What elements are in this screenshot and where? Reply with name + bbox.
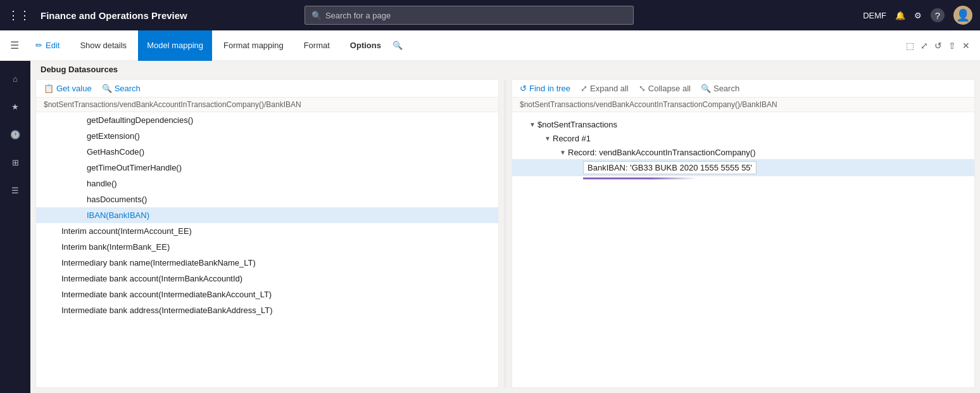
side-navigation: ⌂ ★ 🕐 ⊞ ☰ [0,61,30,393]
left-panel-toolbar: 📋 Get value 🔍 Search [36,80,498,98]
expand-icon[interactable]: ⤢ [920,41,928,51]
right-panel-toolbar: ↺ Find in tree ⤢ Expand all ⤡ Collapse a… [512,80,974,98]
right-path-bar: $notSentTransactions/vendBankAccountInTr… [512,98,974,112]
list-item[interactable]: Intermediate bank address(IntermediateBa… [36,302,498,318]
global-search-bar[interactable]: 🔍 Search for a page [305,6,634,25]
sidenav-workspaces[interactable]: ⊞ [3,150,28,175]
model-mapping-tab[interactable]: Model mapping [138,30,212,61]
sidenav-recent[interactable]: 🕐 [3,122,28,147]
help-icon[interactable]: ? [931,8,945,22]
search-icon: 🔍 [311,11,322,20]
expand-all-button[interactable]: ⤢ Expand all [581,84,629,93]
app-grid-icon[interactable]: ⋮⋮ [8,8,30,22]
list-item-iban[interactable]: IBAN(BankIBAN) [36,207,498,223]
left-tree-list[interactable]: getDefaultingDependencies() getExtension… [36,112,498,387]
sidenav-menu[interactable]: ☰ [3,177,28,203]
panels-container: 📋 Get value 🔍 Search $notSentTransaction… [30,74,980,393]
debug-section-title: Debug Datasources [30,61,980,74]
tree-node-record-method[interactable]: ▼ Record: vendBankAccountInTransactionCo… [512,145,974,159]
right-search-icon: 🔍 [701,84,711,93]
list-item[interactable]: Interim account(IntermAccount_EE) [36,223,498,239]
content-area: Debug Datasources 📋 Get value 🔍 Search $… [30,61,980,393]
find-in-tree-icon: ↺ [520,84,527,93]
get-value-button[interactable]: 📋 Get value [44,84,92,93]
list-item[interactable]: hasDocuments() [36,191,498,207]
collapse-all-button[interactable]: ⤡ Collapse all [639,84,691,93]
collapse-icon-record1: ▼ [543,133,553,143]
right-tree-content: ▼ $notSentTransactions ▼ Record #1 ▼ Rec… [512,112,974,387]
toolbar-search-icon[interactable]: 🔍 [393,41,403,50]
left-search-button[interactable]: 🔍 Search [102,84,141,93]
user-avatar[interactable]: 👤 [953,6,972,25]
sidenav-home[interactable]: ⌂ [3,66,28,91]
collapse-all-icon: ⤡ [639,84,646,93]
list-item[interactable]: Interim bank(IntermBank_EE) [36,239,498,255]
close-icon[interactable]: ✕ [962,41,970,51]
left-path-bar: $notSentTransactions/vendBankAccountInTr… [36,98,498,112]
collapse-icon-root: ▼ [527,119,537,129]
leaf-icon [573,163,583,173]
list-item[interactable]: Intermediary bank name(IntermediateBankN… [36,255,498,271]
search-placeholder: Search for a page [325,11,391,20]
refresh-icon[interactable]: ↺ [934,41,942,51]
detach-icon[interactable]: ⇧ [948,41,956,51]
gear-icon[interactable]: ⚙ [914,11,922,20]
list-item[interactable]: handle() [36,176,498,191]
pin-icon[interactable]: ⬚ [906,41,914,51]
tree-node-record1[interactable]: ▼ Record #1 [512,131,974,145]
panel-divider[interactable] [504,79,506,388]
bank-iban-value: BankIBAN: 'GB33 BUKB 2020 1555 5555 55' [583,161,757,174]
hamburger-icon[interactable]: ☰ [10,39,19,51]
list-item[interactable]: getExtension() [36,128,498,144]
main-toolbar: ☰ ✏ Edit Show details Model mapping Form… [0,30,980,61]
top-navigation: ⋮⋮ Finance and Operations Preview 🔍 Sear… [0,0,980,30]
right-search-button[interactable]: 🔍 Search [701,84,739,93]
list-item[interactable]: getDefaultingDependencies() [36,112,498,128]
purple-underline-bar [583,177,697,179]
left-panel: 📋 Get value 🔍 Search $notSentTransaction… [35,79,499,388]
tree-node-bank-iban[interactable]: BankIBAN: 'GB33 BUKB 2020 1555 5555 55' [512,159,974,176]
show-details-button[interactable]: Show details [71,30,135,61]
list-item[interactable]: getTimeOutTimerHandle() [36,160,498,176]
list-item[interactable]: GetHashCode() [36,144,498,160]
left-search-icon: 🔍 [102,84,112,93]
main-area: ⌂ ★ 🕐 ⊞ ☰ Debug Datasources 📋 Get value … [0,61,980,393]
format-mapping-tab[interactable]: Format mapping [215,30,292,61]
expand-all-icon: ⤢ [581,84,587,93]
user-label: DEMF [863,11,886,20]
options-tab[interactable]: Options [341,30,390,61]
edit-icon: ✏ [35,41,42,50]
collapse-icon-method: ▼ [558,147,568,157]
find-in-tree-button[interactable]: ↺ Find in tree [520,84,570,93]
app-title: Finance and Operations Preview [41,10,187,21]
list-item[interactable]: Intermediate bank account(IntermBankAcco… [36,271,498,287]
bell-icon[interactable]: 🔔 [895,11,905,20]
get-value-icon: 📋 [44,84,54,93]
right-toolbar-icons: ⬚ ⤢ ↺ ⇧ ✕ [906,41,970,51]
right-panel: ↺ Find in tree ⤢ Expand all ⤡ Collapse a… [512,79,975,388]
top-right-icons: DEMF 🔔 ⚙ ? 👤 [863,6,972,25]
list-item[interactable]: Intermediate bank account(IntermediateBa… [36,287,498,302]
format-tab[interactable]: Format [295,30,339,61]
edit-button[interactable]: ✏ Edit [27,30,68,61]
tree-node-root[interactable]: ▼ $notSentTransactions [512,117,974,131]
sidenav-favorites[interactable]: ★ [3,94,28,119]
